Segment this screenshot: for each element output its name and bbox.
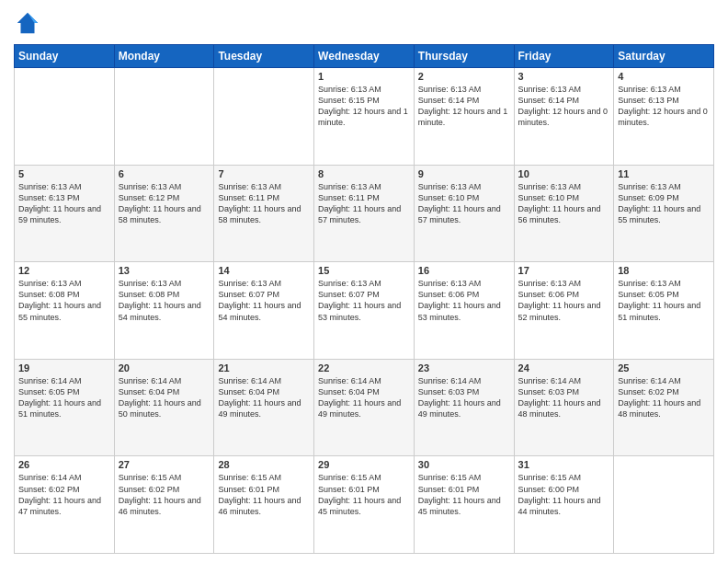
day-number: 31 [518,459,610,470]
weekday-header-row: SundayMondayTuesdayWednesdayThursdayFrid… [15,45,714,68]
cell-info: Sunrise: 6:14 AMSunset: 6:04 PMDaylight:… [318,375,410,420]
cell-info: Sunrise: 6:13 AMSunset: 6:07 PMDaylight:… [318,278,410,323]
logo-icon [14,9,41,37]
calendar-cell [214,68,314,166]
day-number: 27 [119,459,210,470]
calendar-cell [614,456,714,554]
logo [14,9,45,37]
calendar-cell: 8 Sunrise: 6:13 AMSunset: 6:11 PMDayligh… [314,165,415,262]
cell-info: Sunrise: 6:14 AMSunset: 6:04 PMDaylight:… [119,375,210,420]
calendar-cell: 26 Sunrise: 6:14 AMSunset: 6:02 PMDaylig… [15,456,115,554]
day-number: 22 [318,362,410,373]
calendar-cell: 9 Sunrise: 6:13 AMSunset: 6:10 PMDayligh… [414,165,514,262]
calendar-cell: 20 Sunrise: 6:14 AMSunset: 6:04 PMDaylig… [114,359,214,456]
day-number: 24 [518,362,610,373]
calendar-cell: 16 Sunrise: 6:13 AMSunset: 6:06 PMDaylig… [414,262,514,360]
day-number: 8 [318,168,410,179]
calendar-cell: 29 Sunrise: 6:15 AMSunset: 6:01 PMDaylig… [314,456,415,554]
calendar: SundayMondayTuesdayWednesdayThursdayFrid… [14,44,714,554]
calendar-cell [114,68,214,166]
cell-info: Sunrise: 6:13 AMSunset: 6:13 PMDaylight:… [18,181,110,226]
day-number: 14 [218,265,310,276]
cell-info: Sunrise: 6:13 AMSunset: 6:12 PMDaylight:… [119,181,210,226]
weekday-header-tuesday: Tuesday [214,45,314,68]
day-number: 11 [618,168,710,179]
calendar-cell: 10 Sunrise: 6:13 AMSunset: 6:10 PMDaylig… [514,165,614,262]
cell-info: Sunrise: 6:13 AMSunset: 6:06 PMDaylight:… [418,278,510,323]
calendar-cell: 27 Sunrise: 6:15 AMSunset: 6:02 PMDaylig… [114,456,214,554]
day-number: 28 [218,459,310,470]
day-number: 3 [518,71,610,82]
weekday-header-saturday: Saturday [614,45,714,68]
day-number: 23 [418,362,510,373]
cell-info: Sunrise: 6:14 AMSunset: 6:03 PMDaylight:… [418,375,510,420]
cell-info: Sunrise: 6:15 AMSunset: 6:00 PMDaylight:… [518,472,610,517]
cell-info: Sunrise: 6:13 AMSunset: 6:08 PMDaylight:… [18,278,110,323]
calendar-cell: 12 Sunrise: 6:13 AMSunset: 6:08 PMDaylig… [15,262,115,360]
calendar-cell [15,68,115,166]
day-number: 1 [318,71,410,82]
calendar-cell: 28 Sunrise: 6:15 AMSunset: 6:01 PMDaylig… [214,456,314,554]
calendar-cell: 5 Sunrise: 6:13 AMSunset: 6:13 PMDayligh… [15,165,115,262]
cell-info: Sunrise: 6:13 AMSunset: 6:11 PMDaylight:… [318,181,410,226]
day-number: 13 [119,265,210,276]
calendar-cell: 17 Sunrise: 6:13 AMSunset: 6:06 PMDaylig… [514,262,614,360]
calendar-cell: 14 Sunrise: 6:13 AMSunset: 6:07 PMDaylig… [214,262,314,360]
cell-info: Sunrise: 6:13 AMSunset: 6:08 PMDaylight:… [119,278,210,323]
cell-info: Sunrise: 6:14 AMSunset: 6:05 PMDaylight:… [18,375,110,420]
day-number: 20 [119,362,210,373]
cell-info: Sunrise: 6:13 AMSunset: 6:13 PMDaylight:… [618,84,710,129]
cell-info: Sunrise: 6:15 AMSunset: 6:01 PMDaylight:… [418,472,510,517]
cell-info: Sunrise: 6:13 AMSunset: 6:14 PMDaylight:… [418,84,510,129]
cell-info: Sunrise: 6:13 AMSunset: 6:10 PMDaylight:… [418,181,510,226]
day-number: 6 [119,168,210,179]
calendar-cell: 24 Sunrise: 6:14 AMSunset: 6:03 PMDaylig… [514,359,614,456]
calendar-cell: 2 Sunrise: 6:13 AMSunset: 6:14 PMDayligh… [414,68,514,166]
day-number: 18 [618,265,710,276]
day-number: 15 [318,265,410,276]
day-number: 29 [318,459,410,470]
calendar-cell: 15 Sunrise: 6:13 AMSunset: 6:07 PMDaylig… [314,262,415,360]
header [14,9,714,37]
day-number: 12 [18,265,110,276]
cell-info: Sunrise: 6:13 AMSunset: 6:15 PMDaylight:… [318,84,410,129]
day-number: 4 [618,71,710,82]
calendar-cell: 23 Sunrise: 6:14 AMSunset: 6:03 PMDaylig… [414,359,514,456]
cell-info: Sunrise: 6:13 AMSunset: 6:06 PMDaylight:… [518,278,610,323]
day-number: 21 [218,362,310,373]
calendar-cell: 30 Sunrise: 6:15 AMSunset: 6:01 PMDaylig… [414,456,514,554]
cell-info: Sunrise: 6:14 AMSunset: 6:04 PMDaylight:… [218,375,310,420]
calendar-cell: 3 Sunrise: 6:13 AMSunset: 6:14 PMDayligh… [514,68,614,166]
day-number: 19 [18,362,110,373]
calendar-cell: 19 Sunrise: 6:14 AMSunset: 6:05 PMDaylig… [15,359,115,456]
cell-info: Sunrise: 6:15 AMSunset: 6:01 PMDaylight:… [318,472,410,517]
day-number: 10 [518,168,610,179]
day-number: 2 [418,71,510,82]
calendar-cell: 13 Sunrise: 6:13 AMSunset: 6:08 PMDaylig… [114,262,214,360]
weekday-header-monday: Monday [114,45,214,68]
calendar-week-2: 12 Sunrise: 6:13 AMSunset: 6:08 PMDaylig… [15,262,714,360]
calendar-cell: 31 Sunrise: 6:15 AMSunset: 6:00 PMDaylig… [514,456,614,554]
calendar-cell: 7 Sunrise: 6:13 AMSunset: 6:11 PMDayligh… [214,165,314,262]
calendar-cell: 4 Sunrise: 6:13 AMSunset: 6:13 PMDayligh… [614,68,714,166]
cell-info: Sunrise: 6:14 AMSunset: 6:02 PMDaylight:… [618,375,710,420]
calendar-week-1: 5 Sunrise: 6:13 AMSunset: 6:13 PMDayligh… [15,165,714,262]
calendar-cell: 1 Sunrise: 6:13 AMSunset: 6:15 PMDayligh… [314,68,415,166]
day-number: 7 [218,168,310,179]
calendar-week-0: 1 Sunrise: 6:13 AMSunset: 6:15 PMDayligh… [15,68,714,166]
cell-info: Sunrise: 6:13 AMSunset: 6:11 PMDaylight:… [218,181,310,226]
cell-info: Sunrise: 6:14 AMSunset: 6:02 PMDaylight:… [18,472,110,517]
page: SundayMondayTuesdayWednesdayThursdayFrid… [0,0,728,563]
weekday-header-thursday: Thursday [414,45,514,68]
day-number: 9 [418,168,510,179]
calendar-cell: 18 Sunrise: 6:13 AMSunset: 6:05 PMDaylig… [614,262,714,360]
cell-info: Sunrise: 6:13 AMSunset: 6:07 PMDaylight:… [218,278,310,323]
calendar-week-3: 19 Sunrise: 6:14 AMSunset: 6:05 PMDaylig… [15,359,714,456]
calendar-cell: 25 Sunrise: 6:14 AMSunset: 6:02 PMDaylig… [614,359,714,456]
weekday-header-sunday: Sunday [15,45,115,68]
cell-info: Sunrise: 6:13 AMSunset: 6:14 PMDaylight:… [518,84,610,129]
day-number: 5 [18,168,110,179]
day-number: 26 [18,459,110,470]
calendar-week-4: 26 Sunrise: 6:14 AMSunset: 6:02 PMDaylig… [15,456,714,554]
calendar-cell: 6 Sunrise: 6:13 AMSunset: 6:12 PMDayligh… [114,165,214,262]
